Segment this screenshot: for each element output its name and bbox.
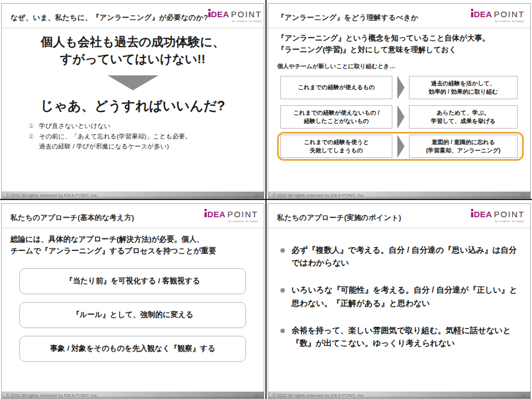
flow-row-wrap: これまでの経験が使えないもの / 経験したことがないもの あらためて、学ぶ。 学… xyxy=(277,103,524,131)
logo-text-point: POINT xyxy=(494,10,525,18)
slide-body: 『アンラーニング』という概念を知っていること自体が大事。 『ラーニング(学習)』… xyxy=(268,28,530,161)
slide-sorter-grid: なぜ、いま、私たちに、『アンラーニング』が必要なのか? DEA POINT be… xyxy=(0,0,532,399)
slide-footer: © 2022 All rights reserved by IDEA POINT… xyxy=(2,391,264,398)
copyright-text: © 2022 All rights reserved by IDEA POINT… xyxy=(6,393,98,398)
copyright-text: © 2022 All rights reserved by IDEA POINT… xyxy=(6,193,98,198)
bullet-text: 余裕を持って、楽しい雰囲気で取り組む。気軽に話せないと『数』が出てこない。ゆっく… xyxy=(291,324,521,350)
slide-cell-27[interactable]: 『アンラーニング』をどう理解するべきか DEA POINT be creativ… xyxy=(267,0,532,199)
page-number: 25 xyxy=(254,193,259,198)
bullet-item: 余裕を持って、楽しい雰囲気で取り組む。気軽に話せないと『数』が出てこない。ゆっく… xyxy=(280,324,521,350)
bullet-text: いろいろな『可能性』を考える。自分 / 自分達が『正しい』と思わない。『正解があ… xyxy=(291,284,521,309)
logo-tagline: be creative, be happy xyxy=(228,219,258,223)
slide-header: なぜ、いま、私たちに、『アンラーニング』が必要なのか? DEA POINT be… xyxy=(2,4,264,28)
list-item: ② その前に、「あえて忘れる(学習棄却)」ことも必要。 過去の経験 / 学びが邪… xyxy=(28,132,247,152)
key-statement: 個人も会社も過去の成功体験に、 すがっていてはいけない!! xyxy=(2,34,264,68)
page-number: 30 xyxy=(254,393,259,398)
list-item-text: その前に、「あえて忘れる(学習棄却)」ことも必要。 過去の経験 / 学びが邪魔に… xyxy=(39,132,191,152)
logo-row: DEA POINT xyxy=(471,9,525,18)
approach-box: 『当たり前』を可視化する / 客観視する xyxy=(19,268,246,294)
slide-cell-34[interactable]: 私たちのアプローチ(実施のポイント) DEA POINT be creative… xyxy=(267,200,532,399)
flow-row: これまでの経験が使えないもの / 経験したことがないもの あらためて、学ぶ。 学… xyxy=(280,105,520,129)
flow-box-left: これまでの経験が使えないもの / 経験したことがないもの xyxy=(280,105,392,129)
approach-boxes: 『当たり前』を可視化する / 客観視する 『ルール』として、強制的に変える 事象… xyxy=(11,268,255,362)
right-arrow-icon xyxy=(397,135,405,158)
copyright-text: © 2022 All rights reserved by IDEA POINT… xyxy=(273,393,365,398)
slide-cell-30[interactable]: 私たちのアプローチ(基本的な考え方) DEA POINT be creative… xyxy=(0,200,265,399)
bullet-dot-icon xyxy=(280,329,285,333)
down-arrow-icon xyxy=(108,75,158,90)
bullet-item: 必ず『複数人』で考える。自分 / 自分達の『思い込み』は自分ではわからない xyxy=(280,244,521,269)
right-arrow-icon xyxy=(397,76,405,99)
logo-text-idea: DEA xyxy=(474,10,492,18)
slide-27: 『アンラーニング』をどう理解するべきか DEA POINT be creativ… xyxy=(268,3,531,199)
logo-i-mark-icon xyxy=(471,209,473,218)
logo-tagline: be creative, be happy xyxy=(495,19,525,23)
logo-tagline: be creative, be happy xyxy=(232,19,262,23)
logo-text-idea: DEA xyxy=(207,210,226,218)
flow-row-highlight: これまでの経験を使うと 失敗してしまうもの 意図的 / 意識的に忘れる (学習棄… xyxy=(277,132,524,161)
logo-text-point: POINT xyxy=(494,210,525,218)
idea-point-logo: DEA POINT be creative, be happy xyxy=(208,9,262,23)
right-arrow-icon xyxy=(397,105,405,129)
bullet-dot-icon xyxy=(280,288,285,293)
slide-header: 『アンラーニング』をどう理解するべきか DEA POINT be creativ… xyxy=(268,4,530,28)
page-number: 34 xyxy=(521,393,526,398)
logo-i-mark-icon xyxy=(471,9,473,18)
slide-30: 私たちのアプローチ(基本的な考え方) DEA POINT be creative… xyxy=(1,203,264,399)
slide-title: 私たちのアプローチ(基本的な考え方) xyxy=(11,213,134,223)
slide-header: 私たちのアプローチ(基本的な考え方) DEA POINT be creative… xyxy=(2,204,264,228)
lead-text: 総論には、具体的なアプローチ(解決方法)が必要。個人、 チームで『アンラーニング… xyxy=(11,234,255,257)
flow-row: これまでの経験を使うと 失敗してしまうもの 意図的 / 意識的に忘れる (学習棄… xyxy=(280,135,520,158)
flow-rows: これまでの経験が使えるもの 過去の経験を活かして、 効率的 / 効果的に取り組む… xyxy=(277,73,524,161)
slide-title: なぜ、いま、私たちに、『アンラーニング』が必要なのか? xyxy=(11,13,208,23)
list-number: ① xyxy=(28,121,34,131)
numbered-list: ① 学び直さないといけない ② その前に、「あえて忘れる(学習棄却)」ことも必要… xyxy=(28,121,247,152)
slide-footer: © 2022 All rights reserved by IDEA POINT… xyxy=(268,191,530,198)
flow-box-right: あらためて、学ぶ。 学習して、成果を挙げる xyxy=(409,105,518,129)
logo-i-mark-icon xyxy=(208,9,211,18)
logo-tagline: be creative, be happy xyxy=(495,219,525,223)
question-heading: じゃあ、どうすればいいんだ? xyxy=(2,97,264,115)
idea-point-logo: DEA POINT be creative, be happy xyxy=(471,209,525,223)
slide-title: 私たちのアプローチ(実施のポイント) xyxy=(277,213,401,223)
slide-footer: © 2022 All rights reserved by IDEA POINT… xyxy=(2,191,264,198)
slide-25: なぜ、いま、私たちに、『アンラーニング』が必要なのか? DEA POINT be… xyxy=(1,3,264,199)
copyright-text: © 2022 All rights reserved by IDEA POINT… xyxy=(273,193,365,198)
slide-title: 『アンラーニング』をどう理解するべきか xyxy=(277,13,418,23)
flow-row-wrap: これまでの経験が使えるもの 過去の経験を活かして、 効率的 / 効果的に取り組む xyxy=(277,73,524,102)
list-item-text: 学び直さないといけない xyxy=(39,121,110,131)
flow-box-left: これまでの経験を使うと 失敗してしまうもの xyxy=(280,135,392,158)
logo-text-idea: DEA xyxy=(474,210,492,218)
idea-point-logo: DEA POINT be creative, be happy xyxy=(471,9,525,23)
page-number: 27 xyxy=(521,193,526,198)
bullet-text: 必ず『複数人』で考える。自分 / 自分達の『思い込み』は自分ではわからない xyxy=(291,244,521,269)
context-text: 個人やチームが新しいことに取り組むとき… xyxy=(277,63,524,70)
slide-body: 総論には、具体的なアプローチ(解決方法)が必要。個人、 チームで『アンラーニング… xyxy=(2,228,264,362)
logo-row: DEA POINT xyxy=(208,9,262,18)
idea-point-logo: DEA POINT be creative, be happy xyxy=(204,209,258,223)
bullet-dot-icon xyxy=(280,248,285,253)
list-item: ① 学び直さないといけない xyxy=(28,121,247,131)
logo-row: DEA POINT xyxy=(471,209,525,218)
approach-box: 事象 / 対象をそのものを先入観なく『観察』する xyxy=(19,336,246,362)
flow-box-right: 意図的 / 意識的に忘れる (学習棄却、アンラーニング) xyxy=(409,135,518,158)
slide-header: 私たちのアプローチ(実施のポイント) DEA POINT be creative… xyxy=(268,204,530,228)
logo-i-mark-icon xyxy=(204,209,207,218)
bullet-item: いろいろな『可能性』を考える。自分 / 自分達が『正しい』と思わない。『正解があ… xyxy=(280,284,521,309)
lead-text: 『アンラーニング』という概念を知っていること自体が大事。 『ラーニング(学習)』… xyxy=(277,33,524,56)
logo-row: DEA POINT xyxy=(204,209,258,218)
list-number: ② xyxy=(28,132,34,152)
flow-row: これまでの経験が使えるもの 過去の経験を活かして、 効率的 / 効果的に取り組む xyxy=(280,76,520,99)
slide-34: 私たちのアプローチ(実施のポイント) DEA POINT be creative… xyxy=(268,203,531,399)
flow-box-right: 過去の経験を活かして、 効率的 / 効果的に取り組む xyxy=(409,76,518,99)
slide-footer: © 2022 All rights reserved by IDEA POINT… xyxy=(268,391,530,398)
logo-text-idea: DEA xyxy=(211,10,229,18)
slide-cell-25[interactable]: なぜ、いま、私たちに、『アンラーニング』が必要なのか? DEA POINT be… xyxy=(0,0,265,199)
logo-text-point: POINT xyxy=(227,210,258,218)
approach-box: 『ルール』として、強制的に変える xyxy=(19,302,246,328)
flow-box-left: これまでの経験が使えるもの xyxy=(280,76,392,99)
slide-body: 必ず『複数人』で考える。自分 / 自分達の『思い込み』は自分ではわからない いろ… xyxy=(268,228,530,350)
logo-text-point: POINT xyxy=(231,10,262,18)
slide-body: 個人も会社も過去の成功体験に、 すがっていてはいけない!! じゃあ、どうすればい… xyxy=(2,34,264,152)
